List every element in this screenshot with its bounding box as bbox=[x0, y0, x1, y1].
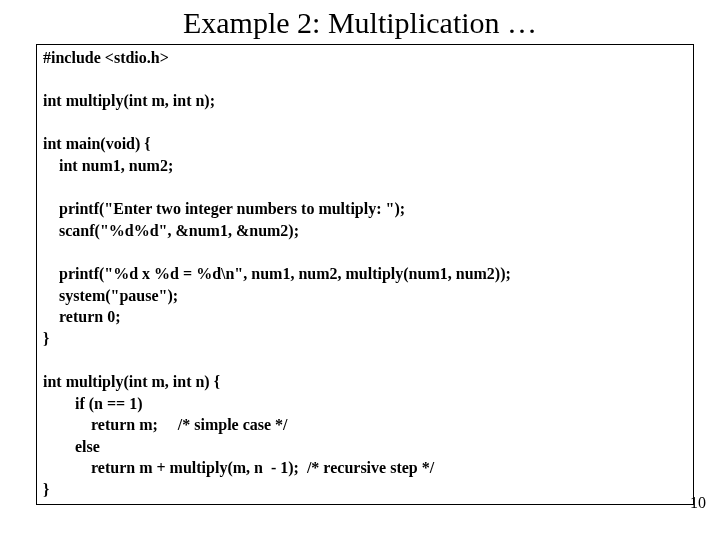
code-line: scanf("%d%d", &num1, &num2); bbox=[43, 222, 299, 239]
code-line: system("pause"); bbox=[43, 287, 178, 304]
code-line: int main(void) { bbox=[43, 135, 151, 152]
slide-title: Example 2: Multiplication … bbox=[0, 0, 720, 44]
code-line: #include <stdio.h> bbox=[43, 49, 169, 66]
code-line: int multiply(int m, int n) { bbox=[43, 373, 220, 390]
code-line: int num1, num2; bbox=[43, 157, 173, 174]
code-line: else bbox=[43, 438, 100, 455]
code-line: int multiply(int m, int n); bbox=[43, 92, 215, 109]
code-line: printf("%d x %d = %d\n", num1, num2, mul… bbox=[43, 265, 511, 282]
code-line: } bbox=[43, 481, 49, 498]
code-line: return m + multiply(m, n - 1); /* recurs… bbox=[43, 459, 434, 476]
code-line: } bbox=[43, 330, 49, 347]
code-line: return 0; bbox=[43, 308, 120, 325]
code-line: return m; /* simple case */ bbox=[43, 416, 288, 433]
code-line: if (n == 1) bbox=[43, 395, 143, 412]
code-line: printf("Enter two integer numbers to mul… bbox=[43, 200, 405, 217]
page-number: 10 bbox=[690, 494, 706, 512]
slide: Example 2: Multiplication … #include <st… bbox=[0, 0, 720, 540]
code-block: #include <stdio.h> int multiply(int m, i… bbox=[36, 44, 694, 505]
